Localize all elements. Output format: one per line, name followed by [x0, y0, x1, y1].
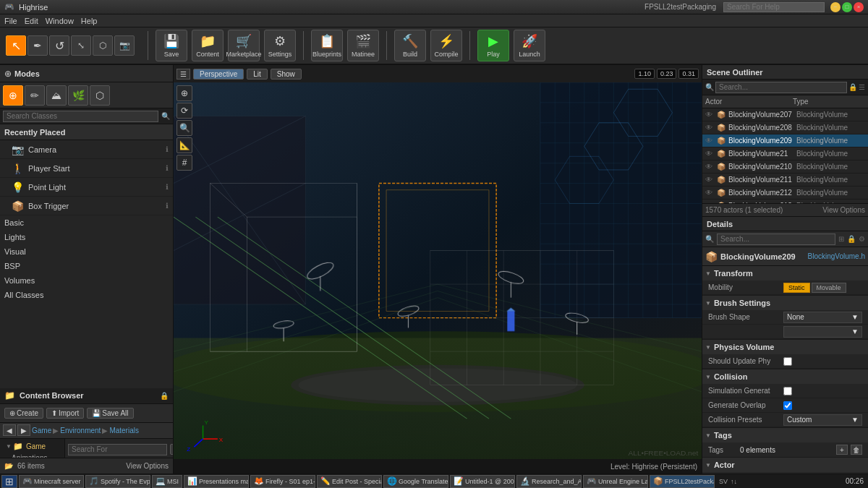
view-options-button[interactable]: View Options [822, 206, 865, 214]
launch-button[interactable]: 🚀 Launch [514, 30, 545, 61]
search-classes-input[interactable] [3, 111, 158, 122]
build-button[interactable]: 🔨 Build [394, 30, 426, 61]
save-button[interactable]: 💾 Save [156, 30, 187, 61]
blueprints-button[interactable]: 📋 Blueprints [311, 30, 343, 61]
taskbar-unreal[interactable]: 🎮 Unreal Engine Lau... [583, 475, 648, 488]
vp-snap-button[interactable]: 📐 [176, 137, 192, 153]
taskbar-editpost[interactable]: ✏️ Edit Post - Speciali... [317, 475, 382, 488]
playerstart-item[interactable]: 🚶 Player Start ℹ [0, 159, 173, 178]
cat-allclasses[interactable]: All Classes [0, 288, 173, 302]
taskbar-presentations[interactable]: 📊 Presentations mat... [184, 475, 249, 488]
viewport[interactable]: ☰ Perspective Lit Show 1.10 0.23 0.31 [174, 65, 702, 474]
cb-search-input[interactable] [68, 444, 167, 455]
tool5[interactable]: ⬡ [93, 35, 113, 56]
vp-orbit-button[interactable]: ⟳ [176, 103, 192, 119]
start-button[interactable]: ⊞ [1, 475, 17, 488]
maximize-button[interactable]: □ [842, 2, 852, 12]
tags-add-button[interactable]: + [836, 445, 848, 455]
should-update-checkbox[interactable] [783, 357, 792, 366]
camera-tool[interactable]: 📷 [114, 35, 135, 56]
foliage-tool[interactable]: 🌿 [68, 85, 88, 106]
actor-header[interactable]: ▼ Actor [702, 458, 868, 472]
tree-animations[interactable]: Animations [0, 453, 64, 458]
taskbar-untitled[interactable]: 📝 Untitled-1 @ 200... [450, 475, 515, 488]
help-search[interactable] [723, 2, 825, 12]
taskbar-firefly[interactable]: 🦊 Firefly - S01 ep1-14 [250, 475, 315, 488]
taskbar-msi[interactable]: 💻 MSI [152, 475, 182, 488]
geometry-tool[interactable]: ⬡ [90, 85, 110, 106]
generate-overlap-checkbox[interactable] [783, 401, 792, 410]
taskbar-fpsll2[interactable]: 📦 FPSLL2testPackagi... [650, 475, 715, 488]
outliner-options-icon[interactable]: ☰ [859, 83, 865, 91]
scale-tool[interactable]: ⤡ [71, 35, 91, 56]
breadcrumb-game[interactable]: Game [32, 427, 51, 435]
place-tool[interactable]: ⊕ [3, 85, 23, 106]
tags-header[interactable]: ▼ Tags [702, 428, 868, 442]
details-search-input[interactable] [717, 234, 835, 245]
matinee-button[interactable]: 🎬 Matinee [347, 30, 379, 61]
details-grid-icon[interactable]: ⊞ [838, 235, 844, 243]
brush-settings-header[interactable]: ▼ Brush Settings [702, 296, 868, 310]
physics-volume-header[interactable]: ▼ Physics Volume [702, 340, 868, 354]
cat-basic[interactable]: Basic [0, 215, 173, 230]
menu-help[interactable]: Help [81, 17, 98, 25]
movable-button[interactable]: Movable [812, 283, 846, 293]
collision-presets-dropdown[interactable]: Custom ▼ [783, 414, 862, 426]
cb-saveall-button[interactable]: 💾Save All [87, 408, 133, 419]
sim-generates-checkbox[interactable] [783, 387, 792, 395]
outliner-row-210[interactable]: 👁 📦 BlockingVolume210 BlockingVolume [702, 160, 868, 174]
cat-lights[interactable]: Lights [0, 230, 173, 244]
object-link[interactable]: BlockingVolume.h [808, 252, 866, 260]
settings-button[interactable]: ⚙ Settings [264, 30, 296, 61]
pointlight-item[interactable]: 💡 Point Light ℹ [0, 178, 173, 197]
viewport-options-button[interactable]: ☰ [176, 69, 190, 80]
static-button[interactable]: Static [783, 283, 810, 293]
menu-file[interactable]: File [4, 17, 17, 25]
cat-visual[interactable]: Visual [0, 244, 173, 259]
cb-create-button[interactable]: ⊕Create [4, 408, 43, 419]
outliner-row-207[interactable]: 👁 📦 BlockingVolume207 BlockingVolume [702, 108, 868, 121]
view-options-button[interactable]: View Options [126, 462, 169, 470]
vp-move-button[interactable]: ⊕ [176, 85, 192, 101]
outliner-row-208[interactable]: 👁 📦 BlockingVolume208 BlockingVolume [702, 121, 868, 134]
outliner-row-21[interactable]: 👁 📦 BlockingVolume21 BlockingVolume [702, 147, 868, 160]
vp-grid-button[interactable]: # [176, 155, 192, 171]
brush-shape-dropdown[interactable]: None ▼ [783, 312, 862, 323]
taskbar-minecraft[interactable]: 🎮 Minecraft server [19, 475, 84, 488]
cb-import-button[interactable]: ⬆Import [46, 408, 84, 419]
viewport-scene[interactable]: X Y Z ALL•FREE•LOAD.net [174, 82, 702, 459]
details-lock-icon[interactable]: 🔒 [847, 235, 856, 243]
perspective-button[interactable]: Perspective [193, 69, 244, 80]
outliner-row-212[interactable]: 👁 📦 BlockingVolume212 BlockingVolume [702, 187, 868, 200]
select-tool[interactable]: ↖ [6, 35, 26, 56]
boxtrigger-item[interactable]: 📦 Box Trigger ℹ [0, 197, 173, 215]
transform-header[interactable]: ▼ Transform [702, 266, 868, 281]
outliner-row-211[interactable]: 👁 📦 BlockingVolume211 BlockingVolume [702, 174, 868, 187]
cb-back-button[interactable]: ◀ [3, 424, 16, 436]
camera-item[interactable]: 📷 Camera ℹ [0, 140, 173, 159]
play-button[interactable]: ▶ Play [477, 30, 509, 61]
minimize-button[interactable]: − [830, 2, 841, 12]
show-button[interactable]: Show [271, 69, 302, 80]
landscape-tool[interactable]: ⛰ [46, 85, 67, 106]
cat-bsp[interactable]: BSP [0, 259, 173, 273]
rotate-tool[interactable]: ↺ [49, 35, 69, 56]
paint-tool[interactable]: ✏ [25, 85, 45, 106]
outliner-row-209[interactable]: 👁 📦 BlockingVolume209 BlockingVolume [702, 134, 868, 147]
taskbar-research[interactable]: 🔬 Research_and_An... [516, 475, 582, 488]
cb-forward-button[interactable]: ▶ [17, 424, 30, 436]
menu-edit[interactable]: Edit [25, 17, 38, 25]
lit-button[interactable]: Lit [247, 69, 268, 80]
taskbar-spotify[interactable]: 🎵 Spotify - The Evpa... [85, 475, 150, 488]
details-settings-icon[interactable]: ⚙ [859, 235, 865, 243]
breadcrumb-environment[interactable]: Environment [60, 427, 101, 435]
vp-zoom-button[interactable]: 🔍 [176, 120, 192, 136]
move-tool[interactable]: ✒ [27, 35, 48, 56]
breadcrumb-materials[interactable]: Materials [109, 427, 139, 435]
taskbar-translate[interactable]: 🌐 Google Translate - ... [383, 475, 448, 488]
content-button[interactable]: 📁 Content [192, 30, 224, 61]
compile-button[interactable]: ⚡ Compile [430, 30, 462, 61]
outliner-search-input[interactable] [715, 82, 847, 93]
marketplace-button[interactable]: 🛒 Marketplace [228, 30, 260, 61]
brush-extra-dropdown[interactable]: ▼ [783, 326, 862, 338]
